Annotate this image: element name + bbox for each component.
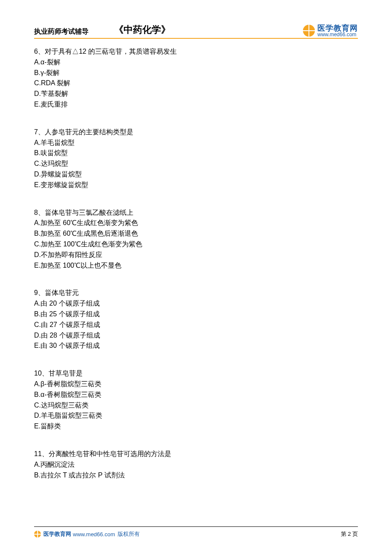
question-stem: 7、人参皂苷元的主要结构类型是 [34,127,358,138]
question-option: B.吉拉尔 T 或吉拉尔 P 试剂法 [34,470,358,481]
question-stem: 6、对于具有△12 的三萜皂苷，其质谱容易发生 [34,46,358,57]
logo-text: 医学教育网 www.med66.com [317,24,358,37]
header-logo: 医学教育网 www.med66.com [303,24,358,37]
footer-branding: 医学教育网 www.med66.com 版权所有 [34,530,140,538]
question-option: D.不加热即有阳性反应 [34,250,358,260]
logo-url: www.med66.com [317,32,358,37]
question-option: B.由 25 个碳原子组成 [34,309,358,320]
question-block: 8、甾体皂苷与三氯乙酸在滤纸上 A.加热至 60℃生成红色渐变为紫色 B.加热至… [34,208,358,271]
footer-divider [34,526,358,527]
question-option: C.由 27 个碳原子组成 [34,320,358,330]
question-option: A.由 20 个碳原子组成 [34,298,358,309]
question-option: A.β-香树脂烷型三萜类 [34,379,358,390]
question-option: A.丙酮沉淀法 [34,460,358,470]
page-footer: 医学教育网 www.med66.com 版权所有 第 2 页 [34,526,358,538]
question-option: D.羊毛脂甾烷型三萜类 [34,410,358,421]
header-subtitle: 执业药师考试辅导 [34,27,89,36]
question-block: 6、对于具有△12 的三萜皂苷，其质谱容易发生 A.α-裂解 B.γ-裂解 C.… [34,46,358,110]
footer-brand-name: 医学教育网 [43,530,71,538]
question-option: D.由 28 个碳原子组成 [34,330,358,341]
plus-circle-icon [303,25,315,37]
question-block: 7、人参皂苷元的主要结构类型是 A.羊毛甾烷型 B.呋甾烷型 C.达玛烷型 D.… [34,127,358,191]
question-block: 9、甾体皂苷元 A.由 20 个碳原子组成 B.由 25 个碳原子组成 C.由 … [34,288,358,351]
question-stem: 8、甾体皂苷与三氯乙酸在滤纸上 [34,208,358,218]
question-option: D.异螺旋甾烷型 [34,169,358,180]
page-number: 第 2 页 [341,530,358,538]
question-option: E.麦氏重排 [34,99,358,110]
question-stem: 10、甘草皂苷是 [34,368,358,379]
document-body: 6、对于具有△12 的三萜皂苷，其质谱容易发生 A.α-裂解 B.γ-裂解 C.… [34,46,358,480]
question-block: 11、分离酸性皂苷和中性皂苷可选用的方法是 A.丙酮沉淀法 B.吉拉尔 T 或吉… [34,449,358,480]
question-option: C.达玛烷型 [34,159,358,169]
question-option: E.由 30 个碳原子组成 [34,341,358,351]
question-option: B.呋甾烷型 [34,148,358,159]
question-option: B.γ-裂解 [34,68,358,78]
question-option: D.苄基裂解 [34,89,358,99]
question-option: E.甾醇类 [34,421,358,432]
question-option: A.α-裂解 [34,57,358,68]
question-option: A.羊毛甾烷型 [34,138,358,148]
question-option: E.变形螺旋甾烷型 [34,180,358,191]
question-stem: 11、分离酸性皂苷和中性皂苷可选用的方法是 [34,449,358,460]
question-option: E.加热至 100℃以上也不显色 [34,260,358,271]
question-block: 10、甘草皂苷是 A.β-香树脂烷型三萜类 B.α-香树脂烷型三萜类 C.达玛烷… [34,368,358,432]
question-option: C.达玛烷型三萜类 [34,400,358,411]
page-header: 执业药师考试辅导 《中药化学》 医学教育网 www.med66.com [34,23,358,39]
plus-circle-icon [34,531,41,538]
footer-copyright: 版权所有 [118,530,140,538]
question-option: C.RDA 裂解 [34,78,358,89]
question-option: B.α-香树脂烷型三萜类 [34,390,358,400]
question-option: B.加热至 60℃生成黑色后逐渐退色 [34,228,358,239]
question-stem: 9、甾体皂苷元 [34,288,358,298]
logo-brand-name: 医学教育网 [317,24,358,32]
question-option: C.加热至 100℃生成红色渐变为紫色 [34,239,358,250]
question-option: A.加热至 60℃生成红色渐变为紫色 [34,218,358,228]
footer-url: www.med66.com [73,531,115,538]
header-title: 《中药化学》 [114,23,170,36]
